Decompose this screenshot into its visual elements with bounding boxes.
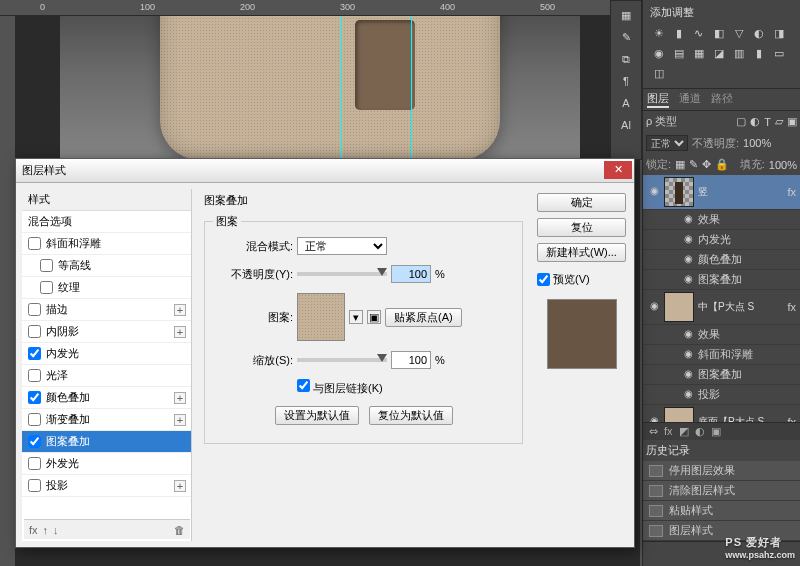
ok-button[interactable]: 确定 <box>537 193 626 212</box>
eye-icon[interactable]: ◉ <box>681 328 695 342</box>
add-effect-icon[interactable]: + <box>174 414 186 426</box>
scale-input[interactable] <box>391 351 431 369</box>
layer-thumbnail[interactable] <box>664 407 694 422</box>
fx-item[interactable]: ◉斜面和浮雕 <box>643 345 800 365</box>
fx-badge[interactable]: fx <box>787 416 796 422</box>
scale-slider[interactable] <box>297 358 387 362</box>
layer-name[interactable]: 中【P大点 S <box>698 300 787 314</box>
guide-line[interactable] <box>411 0 412 177</box>
history-item[interactable]: 粘贴样式 <box>643 501 800 521</box>
dialog-titlebar[interactable]: 图层样式 ✕ <box>16 159 634 183</box>
ruler-horizontal[interactable]: 0 100 200 300 400 500 <box>0 0 640 16</box>
exposure-icon[interactable]: ◧ <box>711 27 726 42</box>
layer-thumbnail[interactable] <box>664 177 694 207</box>
group-icon[interactable]: ▣ <box>711 425 721 438</box>
snap-origin-button[interactable]: 贴紧原点(A) <box>385 308 462 327</box>
layer-name[interactable]: 底面【P大点 S <box>698 415 787 422</box>
style-内阴影[interactable]: 内阴影+ <box>22 321 191 343</box>
opacity-slider[interactable] <box>297 272 387 276</box>
char-icon[interactable]: A <box>617 97 635 111</box>
new-style-button[interactable]: 新建样式(W)... <box>537 243 626 262</box>
tab-channels[interactable]: 通道 <box>679 91 701 108</box>
visibility-icon[interactable]: ◉ <box>647 300 661 314</box>
style-颜色叠加[interactable]: 颜色叠加+ <box>22 387 191 409</box>
eye-icon[interactable]: ◉ <box>681 348 695 362</box>
filter-smart-icon[interactable]: ▣ <box>787 115 797 128</box>
style-checkbox[interactable] <box>28 413 41 426</box>
style-渐变叠加[interactable]: 渐变叠加+ <box>22 409 191 431</box>
lookup-icon[interactable]: ▦ <box>691 47 706 62</box>
brightness-icon[interactable]: ☀ <box>651 27 666 42</box>
add-effect-icon[interactable]: + <box>174 480 186 492</box>
adj-layer-icon[interactable]: ◐ <box>695 425 705 438</box>
link-icon[interactable]: ⇔ <box>649 425 658 438</box>
filter-text-icon[interactable]: T <box>764 116 771 128</box>
style-checkbox[interactable] <box>28 369 41 382</box>
bw-icon[interactable]: ◨ <box>771 27 786 42</box>
style-checkbox[interactable] <box>40 281 53 294</box>
link-with-layer-checkbox[interactable]: 与图层链接(K) <box>297 379 383 396</box>
arrow-down-icon[interactable]: ↓ <box>53 524 59 536</box>
style-checkbox[interactable] <box>28 479 41 492</box>
filter-image-icon[interactable]: ▢ <box>736 115 746 128</box>
fx-menu-icon[interactable]: fx <box>29 524 38 536</box>
fx-header[interactable]: ◉效果 <box>643 210 800 230</box>
eye-icon[interactable]: ◉ <box>681 388 695 402</box>
invert-icon[interactable]: ◪ <box>711 47 726 62</box>
pattern-dropdown-icon[interactable]: ▾ <box>349 310 363 324</box>
reset-default-button[interactable]: 复位为默认值 <box>369 406 453 425</box>
style-checkbox[interactable] <box>28 435 41 448</box>
style-外发光[interactable]: 外发光 <box>22 453 191 475</box>
text-icon[interactable]: Al <box>617 119 635 133</box>
mask-icon[interactable]: ◩ <box>679 425 689 438</box>
eye-icon[interactable]: ◉ <box>681 368 695 382</box>
fx-item[interactable]: ◉投影 <box>643 385 800 405</box>
layer-row[interactable]: ◉ 竖 fx <box>643 175 800 210</box>
levels-icon[interactable]: ▮ <box>671 27 686 42</box>
style-checkbox[interactable] <box>28 237 41 250</box>
opacity-input[interactable] <box>391 265 431 283</box>
style-纹理[interactable]: 纹理 <box>22 277 191 299</box>
arrow-up-icon[interactable]: ↑ <box>43 524 49 536</box>
add-effect-icon[interactable]: + <box>174 392 186 404</box>
history-item[interactable]: 停用图层效果 <box>643 461 800 481</box>
selective-icon[interactable]: ◫ <box>651 67 666 82</box>
reset-button[interactable]: 复位 <box>537 218 626 237</box>
guide-line[interactable] <box>341 0 342 177</box>
blend-mode-select[interactable]: 正常 <box>646 135 688 151</box>
channel-mixer-icon[interactable]: ▤ <box>671 47 686 62</box>
lock-trans-icon[interactable]: ▦ <box>675 158 685 171</box>
eye-icon[interactable]: ◉ <box>681 233 695 247</box>
tab-layers[interactable]: 图层 <box>647 91 669 108</box>
style-等高线[interactable]: 等高线 <box>22 255 191 277</box>
opacity-value[interactable]: 100% <box>743 137 771 149</box>
style-光泽[interactable]: 光泽 <box>22 365 191 387</box>
threshold-icon[interactable]: ▮ <box>751 47 766 62</box>
vibrance-icon[interactable]: ▽ <box>731 27 746 42</box>
style-图案叠加[interactable]: 图案叠加 <box>22 431 191 453</box>
lock-all-icon[interactable]: 🔒 <box>715 158 729 171</box>
visibility-icon[interactable]: ◉ <box>647 185 661 199</box>
fx-badge[interactable]: fx <box>787 301 796 313</box>
gradient-map-icon[interactable]: ▭ <box>771 47 786 62</box>
photo-filter-icon[interactable]: ◉ <box>651 47 666 62</box>
curves-icon[interactable]: ∿ <box>691 27 706 42</box>
blending-options-row[interactable]: 混合选项 <box>22 211 191 233</box>
layer-row[interactable]: ◉ 中【P大点 S fx <box>643 290 800 325</box>
trash-icon[interactable]: 🗑 <box>174 524 185 536</box>
styles-header[interactable]: 样式 <box>22 189 191 211</box>
preview-checkbox[interactable]: 预览(V) <box>537 272 626 287</box>
brush-icon[interactable]: ✎ <box>617 31 635 45</box>
new-preset-icon[interactable]: ▣ <box>367 310 381 324</box>
fx-item[interactable]: ◉图案叠加 <box>643 365 800 385</box>
style-checkbox[interactable] <box>40 259 53 272</box>
swatches-icon[interactable]: ▦ <box>617 9 635 23</box>
add-effect-icon[interactable]: + <box>174 304 186 316</box>
fx-item[interactable]: ◉图案叠加 <box>643 270 800 290</box>
fill-value[interactable]: 100% <box>769 159 797 171</box>
lock-paint-icon[interactable]: ✎ <box>689 158 698 171</box>
blend-mode-select[interactable]: 正常 <box>297 237 387 255</box>
ruler-vertical[interactable] <box>0 0 16 566</box>
visibility-icon[interactable]: ◉ <box>647 415 661 422</box>
set-default-button[interactable]: 设置为默认值 <box>275 406 359 425</box>
